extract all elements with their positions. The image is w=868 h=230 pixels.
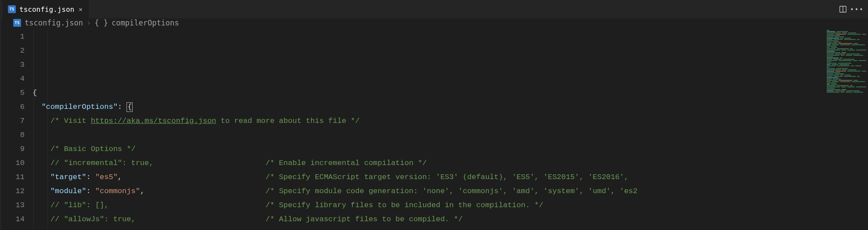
code-line: // "checkJs": true, /* Report errors in … <box>33 226 868 230</box>
minimap[interactable] <box>825 27 868 230</box>
line-number: 2 <box>0 44 25 58</box>
more-actions-icon[interactable]: ••• <box>853 5 861 13</box>
close-icon[interactable]: ✕ <box>78 5 83 14</box>
line-number: 11 <box>0 170 25 184</box>
line-number: 3 <box>0 58 25 72</box>
code-line: "compilerOptions": { <box>33 100 868 114</box>
line-number: 5 <box>0 86 25 100</box>
breadcrumb-symbol[interactable]: compilerOptions <box>112 18 179 27</box>
breadcrumb-file[interactable]: tsconfig.json <box>25 18 83 27</box>
editor[interactable]: 1 2 3 4 5 6 7 8 9 10 11 12 13 14 { "comp… <box>0 27 868 230</box>
code-content[interactable]: { "compilerOptions": { /* Visit https://… <box>33 30 868 230</box>
ts-file-icon: TS <box>8 5 16 13</box>
editor-window: TS tsconfig.json ✕ ••• TS tsconfig.json … <box>0 0 868 230</box>
tab-bar-actions: ••• <box>839 5 868 13</box>
code-line: // "allowJs": true, /* Allow javascript … <box>33 212 868 226</box>
code-line: /* Basic Options */ <box>33 142 868 156</box>
editor-area: 1 2 3 4 5 6 7 8 9 10 11 12 13 14 { "comp… <box>0 27 868 230</box>
line-number-gutter: 1 2 3 4 5 6 7 8 9 10 11 12 13 14 <box>0 30 33 230</box>
line-number: 4 <box>0 72 25 86</box>
line-number: 1 <box>0 30 25 44</box>
braces-icon: { } <box>94 18 108 27</box>
line-number: 10 <box>0 156 25 170</box>
indent-guide <box>47 30 48 230</box>
ts-file-icon: TS <box>13 19 21 27</box>
split-editor-icon[interactable] <box>839 5 847 13</box>
code-line: /* Visit https://aka.ms/tsconfig.json to… <box>33 114 868 128</box>
line-number: 6 <box>0 100 25 114</box>
tab-bar: TS tsconfig.json ✕ ••• <box>0 0 868 18</box>
line-number: 12 <box>0 184 25 198</box>
tab-tsconfig[interactable]: TS tsconfig.json ✕ <box>3 0 89 18</box>
code-line: // "incremental": true, /* Enable increm… <box>33 156 868 170</box>
line-number: 8 <box>0 128 25 142</box>
tab-label: tsconfig.json <box>19 5 74 14</box>
code-line <box>33 128 868 142</box>
breadcrumb[interactable]: TS tsconfig.json › { } compilerOptions <box>0 18 868 27</box>
line-number: 9 <box>0 142 25 156</box>
line-number: 14 <box>0 212 25 226</box>
chevron-right-icon: › <box>87 18 91 27</box>
code-line: "target": "es5", /* Specify ECMAScript t… <box>33 170 868 184</box>
code-line: "module": "commonjs", /* Specify module … <box>33 184 868 198</box>
line-number: 7 <box>0 114 25 128</box>
indent-guide <box>33 30 34 230</box>
line-number: 13 <box>0 198 25 212</box>
code-line: // "lib": [], /* Specify library files t… <box>33 198 868 212</box>
code-line: { <box>33 86 868 100</box>
